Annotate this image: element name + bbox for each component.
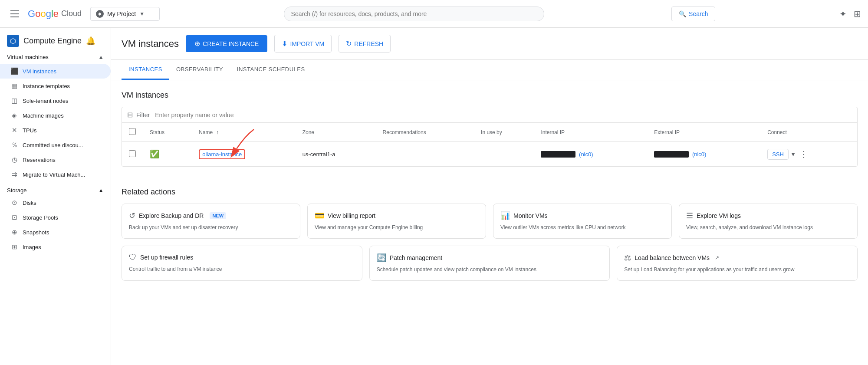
- topbar: Google Cloud My Project ▼ 🔍 Search ✦ ⊞: [0, 0, 868, 28]
- machine-images-icon: ◈: [10, 112, 18, 119]
- filter-label: Filter: [136, 112, 150, 118]
- sidebar-item-migrate[interactable]: ⇉ Migrate to Virtual Mach...: [0, 167, 111, 182]
- reservations-icon: ◷: [10, 156, 18, 164]
- sidebar-item-machine-images[interactable]: ◈ Machine images: [0, 108, 111, 123]
- actions-grid-row1: ↺ Explore Backup and DR NEW Back up your…: [122, 204, 858, 239]
- create-instance-button[interactable]: ⊕ CREATE INSTANCE: [186, 35, 267, 52]
- external-link-icon: ↗: [715, 255, 719, 261]
- action-card-billing[interactable]: 💳 View billing report View and manage yo…: [307, 204, 486, 239]
- page-title: VM instances: [122, 38, 179, 49]
- storage-section[interactable]: Storage ▲: [0, 182, 111, 195]
- sidebar-item-label: Sole-tenant nodes: [23, 98, 69, 104]
- external-ip-cell: (nic0): [647, 142, 760, 167]
- table-row: ✅ ollama-instance: [122, 142, 857, 167]
- tab-observability[interactable]: OBSERVABILITY: [169, 60, 230, 80]
- migrate-icon: ⇉: [10, 171, 18, 178]
- related-actions-title: Related actions: [122, 187, 858, 197]
- external-ip-nic-link[interactable]: (nic0): [692, 151, 707, 158]
- external-ip-value: [654, 151, 689, 158]
- gem-icon[interactable]: ✦: [839, 9, 847, 19]
- cloud-label: Cloud: [61, 9, 82, 18]
- import-icon: ⬇: [282, 39, 287, 48]
- filter-icon: ⊟: [127, 111, 133, 119]
- tpus-icon: ✕: [10, 126, 18, 134]
- compute-engine-icon: [7, 35, 19, 47]
- sidebar-item-vm-instances[interactable]: ⬛ VM instances: [0, 64, 111, 79]
- tab-instances[interactable]: INSTANCES: [122, 60, 169, 80]
- connect-cell: SSH ▼ ⋮: [760, 142, 857, 167]
- zone-cell: us-central1-a: [296, 142, 376, 167]
- billing-title: View billing report: [328, 212, 375, 219]
- sidebar-item-storage-pools[interactable]: ⊡ Storage Pools: [0, 210, 111, 225]
- sidebar-item-images[interactable]: ⊞ Images: [0, 240, 111, 254]
- instance-templates-icon: ▦: [10, 82, 18, 90]
- action-card-load-balance[interactable]: ⚖ Load balance between VMs ↗ Set up Load…: [617, 246, 858, 281]
- sidebar-item-reservations[interactable]: ◷ Reservations: [0, 152, 111, 167]
- patch-title: Patch management: [390, 254, 442, 261]
- sidebar-item-label: Machine images: [23, 112, 64, 119]
- page-header: VM instances ⊕ CREATE INSTANCE ⬇ IMPORT …: [111, 28, 868, 60]
- billing-desc: View and manage your Compute Engine bill…: [315, 224, 479, 231]
- action-card-firewall[interactable]: 🛡 Set up firewall rules Control traffic …: [122, 246, 362, 281]
- monitor-title: Monitor VMs: [513, 212, 548, 219]
- th-name[interactable]: Name ↑: [192, 123, 295, 142]
- th-recommendations: Recommendations: [376, 123, 474, 142]
- sidebar-item-tpus[interactable]: ✕ TPUs: [0, 123, 111, 138]
- firewall-icon: 🛡: [129, 253, 137, 262]
- actions-grid-row2: 🛡 Set up firewall rules Control traffic …: [122, 246, 858, 281]
- vm-section-chevron-icon: ▲: [98, 54, 104, 60]
- th-in-use-by: In use by: [474, 123, 534, 142]
- action-card-vm-logs[interactable]: ☰ Explore VM logs View, search, analyze,…: [679, 204, 858, 239]
- tab-instance-schedules[interactable]: INSTANCE SCHEDULES: [230, 60, 312, 80]
- load-balance-title: Load balance between VMs: [635, 254, 710, 261]
- sidebar-item-instance-templates[interactable]: ▦ Instance templates: [0, 79, 111, 93]
- refresh-icon: ↻: [346, 39, 352, 48]
- vm-logs-desc: View, search, analyze, and download VM i…: [686, 224, 850, 231]
- related-actions-section: Related actions ↺ Explore Backup and DR …: [111, 187, 868, 291]
- firewall-title: Set up firewall rules: [140, 254, 193, 261]
- instance-name-link[interactable]: ollama-instance: [199, 149, 245, 159]
- sidebar-item-disks[interactable]: ⊙ Disks: [0, 195, 111, 210]
- internal-ip-cell: (nic0): [534, 142, 647, 167]
- monitor-desc: View outlier VMs across metrics like CPU…: [500, 224, 664, 231]
- import-vm-button[interactable]: ⬇ IMPORT VM: [274, 35, 332, 53]
- global-search-input[interactable]: [284, 7, 544, 21]
- global-search-bar: [284, 7, 544, 21]
- project-name: My Project: [107, 10, 136, 17]
- ssh-button[interactable]: SSH: [767, 149, 789, 160]
- vm-instances-icon: ⬛: [10, 67, 18, 75]
- internal-ip-nic-link[interactable]: (nic0): [579, 151, 593, 158]
- action-card-backup-dr[interactable]: ↺ Explore Backup and DR NEW Back up your…: [122, 204, 300, 239]
- refresh-button[interactable]: ↻ REFRESH: [339, 35, 391, 53]
- monitor-icon: 📊: [500, 211, 510, 220]
- action-card-patch[interactable]: 🔄 Patch management Schedule patch update…: [369, 246, 610, 281]
- sidebar-item-committed-use[interactable]: ％ Committed use discou...: [0, 138, 111, 152]
- vm-instances-table: Status Name ↑ Zone Recommendations In us…: [122, 123, 857, 166]
- sole-tenant-icon: ◫: [10, 97, 18, 105]
- hamburger-menu[interactable]: [7, 7, 23, 21]
- virtual-machines-section[interactable]: Virtual machines ▲: [0, 50, 111, 64]
- firewall-desc: Control traffic to and from a VM instanc…: [129, 266, 355, 273]
- global-search-button[interactable]: 🔍 Search: [671, 7, 715, 21]
- sidebar-item-sole-tenant[interactable]: ◫ Sole-tenant nodes: [0, 93, 111, 108]
- vm-content-title: VM instances: [122, 91, 858, 100]
- patch-icon: 🔄: [377, 253, 386, 263]
- table-header: Status Name ↑ Zone Recommendations In us…: [122, 123, 857, 142]
- project-selector[interactable]: My Project ▼: [90, 7, 160, 21]
- vm-instances-content: VM instances ⊟ Filter Status Name ↑: [111, 80, 868, 187]
- sidebar-item-label: TPUs: [23, 127, 37, 134]
- action-card-monitor[interactable]: 📊 Monitor VMs View outlier VMs across me…: [493, 204, 672, 239]
- ssh-dropdown-button[interactable]: ▼: [789, 149, 798, 159]
- notification-bell-icon[interactable]: 🔔: [86, 36, 95, 46]
- committed-use-icon: ％: [10, 141, 18, 149]
- internal-ip-value: [541, 151, 575, 158]
- more-options-button[interactable]: ⋮: [798, 147, 810, 161]
- project-chevron-icon: ▼: [139, 11, 145, 17]
- backup-dr-title: Explore Backup and DR: [139, 212, 204, 219]
- storage-chevron-icon: ▲: [98, 187, 104, 194]
- apps-grid-icon[interactable]: ⊞: [854, 9, 861, 19]
- sidebar-item-snapshots[interactable]: ⊕ Snapshots: [0, 225, 111, 240]
- filter-input[interactable]: [155, 112, 852, 118]
- select-all-checkbox[interactable]: [129, 128, 136, 135]
- row-checkbox[interactable]: [129, 150, 136, 157]
